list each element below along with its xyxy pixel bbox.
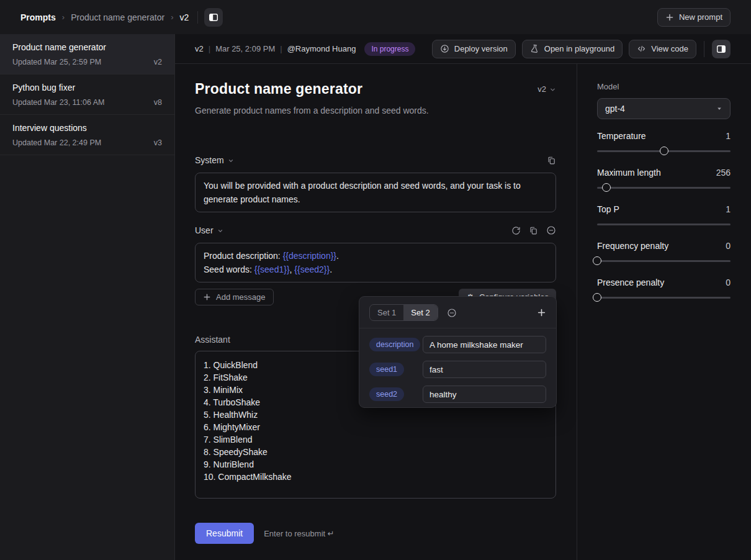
breadcrumb-prompts[interactable]: Prompts bbox=[20, 12, 56, 22]
variable-pill-seed1: seed1 bbox=[369, 363, 404, 376]
system-message-text: You will be provided with a product desc… bbox=[204, 181, 521, 204]
prompt-description: Generate product names from a descriptio… bbox=[195, 106, 556, 115]
open-in-playground-button[interactable]: Open in playground bbox=[522, 40, 623, 58]
popover-divider bbox=[359, 328, 556, 328]
assistant-list-item: 6. MightyMixer bbox=[204, 421, 547, 433]
caret-down-icon bbox=[716, 106, 722, 112]
add-message-button[interactable]: Add message bbox=[195, 289, 274, 305]
param-presence-penalty: Presence penalty 0 bbox=[597, 276, 731, 302]
code-icon bbox=[637, 44, 646, 53]
param-label: Maximum length bbox=[597, 168, 661, 178]
template-variable-seed2: {{seed2}} bbox=[294, 264, 330, 274]
assistant-role-label: Assistant bbox=[195, 335, 230, 345]
prompt-title: Python bug fixer bbox=[12, 83, 162, 93]
add-message-label: Add message bbox=[216, 292, 266, 302]
user-message-line2: Seed words: {{seed1}}, {{seed2}}. bbox=[204, 263, 547, 276]
copy-icon[interactable] bbox=[529, 226, 538, 235]
deploy-version-button[interactable]: Deploy version bbox=[432, 40, 516, 58]
sidebar-item-interview-questions[interactable]: Interview questions Updated Mar 22, 2:49… bbox=[0, 115, 174, 155]
meta-version: v2 bbox=[195, 44, 204, 53]
prompt-editor: Product name generator v2 Generate produ… bbox=[175, 64, 577, 560]
remove-message-icon[interactable] bbox=[546, 225, 556, 235]
prompt-list-sidebar: Product name generator Updated Mar 25, 2… bbox=[0, 34, 175, 560]
slider-track bbox=[597, 260, 731, 262]
new-prompt-button[interactable]: New prompt bbox=[657, 8, 731, 27]
remove-set-icon[interactable] bbox=[447, 308, 457, 318]
version-selector[interactable]: v2 bbox=[537, 84, 556, 94]
slider-thumb[interactable] bbox=[602, 183, 611, 192]
model-settings-panel: Model gpt-4 Temperature 1 bbox=[577, 64, 751, 560]
panel-left-icon bbox=[209, 12, 218, 22]
topbar-divider bbox=[197, 11, 198, 24]
view-code-label: View code bbox=[651, 44, 688, 53]
header-divider bbox=[704, 41, 704, 57]
page-title: Product name generator bbox=[195, 81, 362, 97]
sidebar-item-python-bug-fixer[interactable]: Python bug fixer Updated Mar 23, 11:06 A… bbox=[0, 75, 174, 115]
deploy-icon bbox=[440, 44, 449, 53]
param-value: 1 bbox=[726, 131, 731, 141]
param-top-p: Top P 1 bbox=[597, 203, 731, 229]
temperature-slider[interactable] bbox=[597, 146, 731, 156]
variable-input-seed1[interactable] bbox=[423, 361, 546, 378]
system-role-label[interactable]: System bbox=[195, 155, 224, 165]
resubmit-button[interactable]: Resubmit bbox=[195, 523, 254, 544]
meta-separator: | bbox=[209, 44, 210, 53]
param-maximum-length: Maximum length 256 bbox=[597, 166, 731, 192]
version-selector-label: v2 bbox=[537, 84, 546, 94]
slider-thumb[interactable] bbox=[593, 256, 601, 265]
set-tabs: Set 1 Set 2 bbox=[369, 304, 438, 321]
breadcrumb-separator: › bbox=[171, 12, 173, 22]
variable-input-description[interactable] bbox=[423, 336, 546, 353]
slider-thumb[interactable] bbox=[660, 147, 668, 155]
frequency-penalty-slider[interactable] bbox=[597, 256, 731, 266]
chevron-down-icon bbox=[549, 86, 556, 93]
variables-popover: Set 1 Set 2 description bbox=[359, 296, 557, 408]
meta-separator: | bbox=[280, 44, 282, 53]
param-frequency-penalty: Frequency penalty 0 bbox=[597, 240, 731, 266]
presence-penalty-slider[interactable] bbox=[597, 292, 731, 302]
user-role-label[interactable]: User bbox=[195, 225, 214, 235]
prompt-updated: Updated Mar 23, 11:06 AM bbox=[12, 98, 104, 107]
toggle-left-panel-button[interactable] bbox=[204, 8, 223, 27]
maximum-length-slider[interactable] bbox=[597, 183, 731, 192]
slider-track bbox=[597, 297, 731, 299]
version-meta: v2 | Mar 25, 2:09 PM | @Raymond Huang In… bbox=[195, 42, 415, 56]
slider-track bbox=[597, 187, 731, 189]
slider-track bbox=[597, 224, 731, 225]
template-variable-seed1: {{seed1}} bbox=[254, 264, 290, 274]
assistant-list-item: 7. SlimBlend bbox=[204, 433, 547, 446]
regenerate-icon[interactable] bbox=[511, 226, 521, 235]
prompt-updated: Updated Mar 25, 2:59 PM bbox=[12, 58, 101, 66]
add-set-icon[interactable] bbox=[537, 308, 546, 317]
param-temperature: Temperature 1 bbox=[597, 130, 731, 156]
view-code-button[interactable]: View code bbox=[629, 40, 696, 58]
slider-thumb[interactable] bbox=[593, 293, 601, 302]
tab-set-2[interactable]: Set 2 bbox=[403, 305, 437, 320]
version-header: v2 | Mar 25, 2:09 PM | @Raymond Huang In… bbox=[175, 34, 751, 64]
assistant-list-item: 9. NutriBlend bbox=[204, 458, 547, 471]
template-variable-description: {{description}} bbox=[283, 251, 336, 261]
param-value: 256 bbox=[716, 168, 731, 178]
breadcrumb-prompt-name[interactable]: Product name generator bbox=[71, 12, 164, 22]
panel-right-icon bbox=[716, 44, 726, 54]
top-bar: Prompts › Product name generator › v2 Ne… bbox=[0, 0, 751, 34]
top-p-slider[interactable] bbox=[597, 219, 731, 229]
toggle-right-panel-button[interactable] bbox=[712, 40, 731, 58]
sidebar-item-product-name-generator[interactable]: Product name generator Updated Mar 25, 2… bbox=[0, 34, 174, 75]
prompt-version: v8 bbox=[154, 98, 162, 107]
variable-input-seed2[interactable] bbox=[423, 386, 546, 403]
copy-icon[interactable] bbox=[547, 156, 556, 165]
param-label: Frequency penalty bbox=[597, 241, 668, 251]
model-select[interactable]: gpt-4 bbox=[597, 98, 731, 119]
breadcrumb: Prompts › Product name generator › v2 bbox=[20, 12, 189, 22]
breadcrumb-separator: › bbox=[62, 12, 65, 22]
param-label: Top P bbox=[597, 204, 619, 214]
open-in-playground-label: Open in playground bbox=[544, 44, 614, 53]
system-message-box[interactable]: You will be provided with a product desc… bbox=[195, 173, 556, 212]
tab-set-1[interactable]: Set 1 bbox=[370, 305, 403, 320]
status-badge: In progress bbox=[364, 42, 415, 56]
prompt-version: v3 bbox=[154, 138, 162, 147]
user-message-box[interactable]: Product description: {{description}}. Se… bbox=[195, 243, 556, 282]
breadcrumb-version[interactable]: v2 bbox=[179, 12, 189, 22]
param-value: 0 bbox=[726, 278, 731, 287]
